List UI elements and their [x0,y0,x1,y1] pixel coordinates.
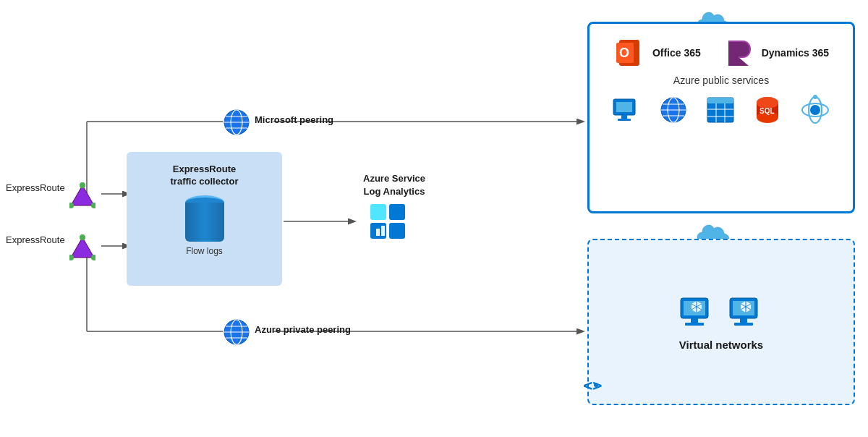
azure-public-box: O Office 365 Dynamics 365 Azure public s… [587,22,855,213]
expressroute-label-1: ExpressRoute [6,182,65,193]
virtual-networks-title: Virtual networks [679,339,763,351]
traffic-collector-box: ExpressRoutetraffic collector Flow logs [127,152,282,286]
azure-sql-icon: SQL [753,96,782,127]
vnet-icon-1 [678,294,715,331]
svg-text:O: O [619,46,629,60]
svg-text:SQL: SQL [760,107,775,115]
svg-marker-13 [71,237,94,258]
azure-cdn-icon [800,95,830,128]
svg-rect-46 [707,98,733,103]
office365-icon: O [613,37,645,69]
azure-private-peering-label: Azure private peering [255,324,351,335]
svg-rect-31 [376,229,380,236]
expressroute-triangle-1 [69,182,95,208]
svg-rect-38 [621,115,627,119]
svg-rect-30 [389,204,405,220]
log-analytics-icon [369,203,409,246]
expressroute-label-2: ExpressRoute [6,234,65,245]
vnet-icons-row [678,294,765,331]
svg-point-12 [80,182,85,188]
dynamics365-icon [723,37,754,69]
azure-public-services-title: Azure public services [603,75,840,86]
api-icon: <> [583,375,609,398]
svg-rect-63 [685,323,704,326]
svg-point-77 [594,383,598,387]
vnet-icon-2 [727,294,765,331]
svg-rect-37 [616,102,632,112]
log-analytics-label: Azure ServiceLog Analytics [354,172,434,198]
svg-point-16 [80,234,85,240]
traffic-collector-title: ExpressRoutetraffic collector [171,164,239,188]
svg-point-59 [813,95,817,99]
flow-logs-label: Flow logs [186,246,223,256]
svg-rect-70 [740,318,747,323]
cylinder-wrap: Flow logs [185,195,224,256]
microsoft-peering-label: Microsoft peering [255,114,333,125]
svg-rect-32 [381,226,385,236]
dynamics365-label: Dynamics 365 [762,47,829,59]
svg-marker-9 [71,185,94,205]
azure-vm-icon [612,98,641,125]
virtual-networks-box: Virtual networks [587,239,855,405]
office365-label: Office 365 [652,47,701,59]
svg-rect-62 [691,318,698,323]
cylinder-icon [185,195,224,242]
azure-bottom-row: SQL [603,95,840,128]
svg-text:<>: <> [583,376,603,394]
diagram: ExpressRoute ExpressRoute Microsoft p [0,0,868,437]
svg-rect-71 [734,323,753,326]
azure-storage-icon [706,96,735,127]
azure-network-icon [659,96,688,127]
dynamics365-item: Dynamics 365 [723,37,829,69]
svg-rect-39 [618,119,631,121]
microsoft-peering-globe-icon [223,109,250,139]
svg-rect-29 [389,223,405,239]
expressroute-triangle-2 [69,234,95,260]
svg-rect-28 [370,204,386,220]
office365-item: O Office 365 [613,37,701,69]
azure-private-peering-globe-icon [223,318,250,349]
svg-point-56 [810,105,820,115]
azure-top-row: O Office 365 Dynamics 365 [603,37,840,69]
